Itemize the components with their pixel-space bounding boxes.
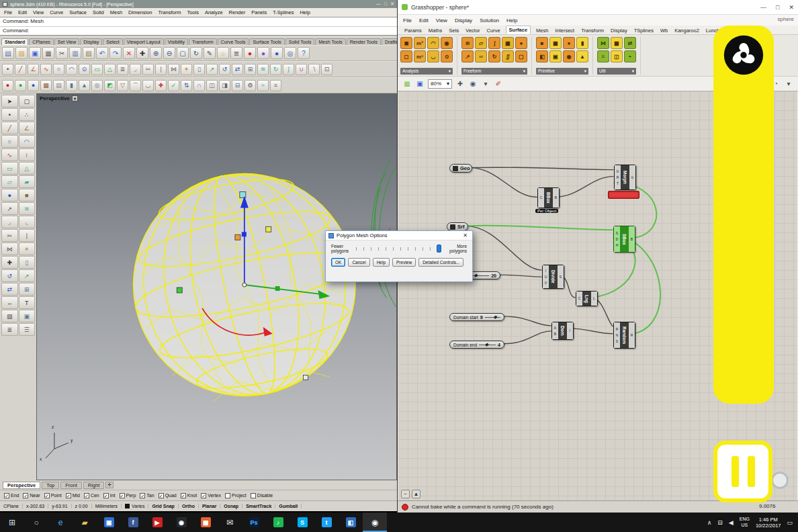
bbox-input-ports[interactable]: C: [538, 188, 544, 208]
status-toggle-gumball[interactable]: Gumball: [275, 504, 302, 508]
rhino-toolbar-tab-cplanes[interactable]: CPlanes: [29, 38, 53, 45]
rhino-toolbar-tab-select[interactable]: Select: [103, 38, 122, 45]
check-mesh-icon[interactable]: ✓: [168, 80, 179, 91]
center-box-icon[interactable]: ■: [536, 37, 548, 49]
mail-icon[interactable]: ✉: [218, 513, 242, 532]
cut-icon[interactable]: ✂: [56, 47, 68, 59]
osnap-knot[interactable]: Knot: [181, 493, 197, 498]
block-tool-icon[interactable]: ▣: [19, 310, 36, 322]
cortana-icon[interactable]: ○: [24, 513, 48, 532]
osnap-checkbox[interactable]: [159, 493, 164, 498]
polyline-icon[interactable]: ∠: [28, 64, 39, 75]
mesh-split-icon[interactable]: ◫: [206, 80, 218, 91]
gh-tab-vector[interactable]: Vector: [464, 27, 481, 34]
text-tool-icon[interactable]: T: [19, 296, 36, 309]
pan-icon[interactable]: ✎: [204, 47, 216, 59]
rhino-menu-dimension[interactable]: Dimension: [128, 9, 152, 15]
mesh-settings-icon[interactable]: ⚙: [245, 80, 256, 91]
new-viewport-tab-button[interactable]: ✛: [105, 482, 114, 488]
extract-mesh-icon[interactable]: ⊟: [232, 80, 243, 91]
osnap-mid[interactable]: Mid: [66, 493, 80, 498]
bbox-output-ports[interactable]: B: [553, 188, 559, 208]
rhino-toolbar-tab-viewport-layout[interactable]: Viewport Layout: [124, 38, 164, 45]
lng-input-ports[interactable]: C: [576, 292, 582, 306]
rhino-toolbar-tab-surface-tools[interactable]: Surface Tools: [249, 38, 284, 45]
chamfer-tool-icon[interactable]: ◟: [19, 216, 36, 228]
mirror-icon[interactable]: ⇄: [232, 64, 243, 75]
dom-node-body[interactable]: Dom: [558, 322, 567, 339]
viewport-tab-right[interactable]: Right: [83, 482, 105, 489]
circle-icon[interactable]: ○: [53, 64, 64, 75]
rhino-maximize-icon[interactable]: □: [384, 1, 387, 7]
curve-tool-icon[interactable]: ∿: [1, 148, 18, 161]
pipe-icon[interactable]: ═: [475, 50, 487, 62]
gh-tab-kangaroo2[interactable]: Kangaroo2: [673, 27, 701, 34]
gh-menu-help[interactable]: Help: [506, 17, 517, 24]
rhino-close-icon[interactable]: ✕: [390, 1, 394, 7]
bounding-box-icon[interactable]: ▣: [549, 50, 562, 62]
offset-surface-icon[interactable]: ≡: [597, 50, 609, 62]
open-folder-icon[interactable]: ▨: [15, 47, 28, 59]
patch-icon[interactable]: ●: [515, 37, 527, 49]
mesh-sphere-green-icon[interactable]: ●: [15, 80, 26, 91]
lng-output-ports[interactable]: L: [591, 292, 597, 306]
plane-tool-icon[interactable]: ▰: [19, 175, 36, 188]
unweld-mesh-icon[interactable]: ◡: [142, 80, 154, 91]
loft-icon[interactable]: ≋: [461, 37, 474, 49]
random-node[interactable]: R N S Random R: [613, 322, 635, 349]
gh-tab-sets[interactable]: Sets: [447, 27, 460, 34]
action-center-icon[interactable]: ▭: [787, 519, 793, 526]
status-toggle-grid-snap[interactable]: Grid Snap: [148, 504, 178, 508]
properties-tool-icon[interactable]: ☰: [19, 323, 36, 336]
gh-menu-solution[interactable]: Solution: [480, 17, 499, 24]
palette-group-label[interactable]: Primitive▾: [536, 68, 588, 75]
move-tool-icon[interactable]: ✚: [1, 256, 18, 269]
sweep-icon[interactable]: ∫: [283, 64, 294, 75]
sphere-blue-icon[interactable]: ●: [271, 47, 283, 59]
mesh-cylinder-icon[interactable]: ▮: [66, 80, 77, 91]
boolean-difference-icon[interactable]: ∖: [308, 64, 320, 75]
line-icon[interactable]: ╱: [15, 64, 26, 75]
rectangle-tool-icon[interactable]: ▭: [1, 162, 18, 175]
flip-normals-icon[interactable]: ⇅: [181, 80, 192, 91]
viewport-tab-perspective[interactable]: Perspective: [3, 482, 40, 489]
osnap-checkbox[interactable]: [4, 493, 9, 498]
rhino-menu-solid[interactable]: Solid: [93, 9, 104, 15]
network-surface-icon[interactable]: ▦: [502, 37, 514, 49]
split-tool-icon[interactable]: ∣: [19, 229, 36, 242]
bounding-box-node[interactable]: C BBox B Per Object: [537, 187, 560, 208]
photos-icon[interactable]: ▣: [97, 513, 121, 532]
sphere-tool-icon[interactable]: ●: [1, 189, 18, 202]
network-icon[interactable]: ⊟: [717, 519, 723, 526]
canvas-expand-button[interactable]: ▲: [412, 490, 420, 498]
viewport-3d-canvas[interactable]: [37, 94, 396, 480]
dom-input-ports[interactable]: A B: [552, 322, 558, 339]
delete-icon[interactable]: ✕: [123, 47, 135, 59]
sbox-input-ports[interactable]: S D H: [614, 226, 620, 252]
palette-group-label[interactable]: Util▾: [597, 68, 636, 75]
smooth-mesh-icon[interactable]: ≈: [257, 80, 269, 91]
isotrim-icon[interactable]: ◫: [611, 50, 623, 62]
geo-param-node[interactable]: Geo: [449, 164, 472, 173]
sbox-node-body[interactable]: SBox: [620, 226, 629, 252]
undo-icon[interactable]: ↶: [96, 47, 108, 59]
curvature-icon[interactable]: ◠: [427, 37, 439, 49]
mesh-sphere-red-icon[interactable]: ●: [2, 80, 13, 91]
preview-eye-icon[interactable]: ◉: [468, 79, 478, 89]
offset-mesh-icon[interactable]: ≡: [270, 80, 281, 91]
gh-menu-view[interactable]: View: [436, 17, 447, 24]
bbox-node-body[interactable]: BBox: [544, 188, 553, 208]
skype-icon[interactable]: S: [290, 513, 314, 532]
area-icon[interactable]: m²: [414, 37, 426, 49]
morph-input-ports[interactable]: G R T: [615, 165, 621, 189]
torus-icon[interactable]: ◎: [284, 47, 296, 59]
osnap-checkbox[interactable]: [23, 493, 28, 498]
preview-button[interactable]: Preview: [392, 258, 416, 267]
cone-icon[interactable]: ▲: [576, 50, 588, 62]
box-2pt-icon[interactable]: ◧: [536, 50, 548, 62]
grid-app-icon[interactable]: ▦: [193, 513, 218, 532]
rhino-menu-curve[interactable]: Curve: [50, 9, 63, 15]
osnap-vertex[interactable]: Vertex: [201, 493, 221, 498]
screen-recorder-icon[interactable]: ◉: [363, 513, 387, 532]
slider-handle[interactable]: [437, 245, 441, 253]
